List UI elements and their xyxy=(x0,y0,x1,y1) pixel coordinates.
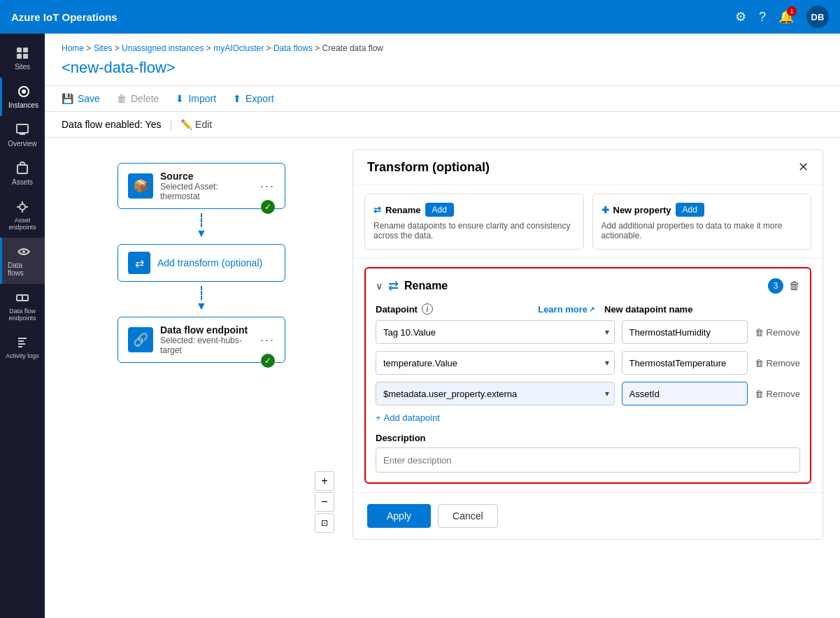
rename-card-title: Rename xyxy=(385,205,421,215)
delete-label: Delete xyxy=(131,93,159,104)
source-node-sub: Selected Asset: thermostat xyxy=(160,182,253,201)
svg-point-9 xyxy=(20,204,25,210)
remove-icon-1: 🗑 xyxy=(755,327,764,338)
datapoint-headers: Datapoint i Learn more ↗ New datapoint n… xyxy=(376,303,800,315)
import-icon: ⬇ xyxy=(176,93,184,104)
breadcrumb-sep2: > xyxy=(115,43,122,53)
sidebar-item-sites[interactable]: Sites xyxy=(0,39,45,78)
apply-button[interactable]: Apply xyxy=(367,504,431,528)
main-layout: Sites Instances Overview Assets Asset en… xyxy=(0,34,840,618)
connector-2: ▼ xyxy=(62,282,341,317)
flow-canvas: 📦 Source Selected Asset: thermostat ··· … xyxy=(62,149,341,540)
datapoint-select-2[interactable]: temperature.Value xyxy=(376,351,615,375)
sidebar-label-data-flows: Data flows xyxy=(8,261,39,277)
cancel-button[interactable]: Cancel xyxy=(438,504,498,528)
rename-section: ∨ ⇄ Rename 3 🗑 Datapoint i xyxy=(364,267,811,484)
new-name-input-3[interactable] xyxy=(622,382,748,405)
rename-count-badge: 3 xyxy=(768,278,783,294)
new-property-icon: ✚ xyxy=(601,205,609,215)
sidebar-item-instances[interactable]: Instances xyxy=(0,78,45,116)
badge-count: 1 xyxy=(787,6,797,16)
sidebar-item-asset-endpoints[interactable]: Asset endpoints xyxy=(0,193,45,238)
edit-label: Edit xyxy=(195,119,212,130)
remove-label-2: Remove xyxy=(767,358,800,368)
rename-chevron-icon[interactable]: ∨ xyxy=(376,280,383,292)
transform-node[interactable]: ⇄ Add transform (optional) xyxy=(118,244,285,282)
new-name-col-label: New datapoint name xyxy=(604,304,744,315)
endpoint-check: ✓ xyxy=(261,354,275,368)
sidebar-label-overview: Overview xyxy=(8,140,37,148)
sidebar-label-dataflow-endpoints: Data flow endpoints xyxy=(6,308,39,322)
breadcrumb-sep5: > xyxy=(315,43,322,53)
avatar[interactable]: DB xyxy=(806,6,829,28)
sidebar-item-data-flows[interactable]: Data flows xyxy=(0,238,45,284)
remove-button-1[interactable]: 🗑 Remove xyxy=(755,327,800,338)
dp-select-wrapper-1: Tag 10.Value ▾ xyxy=(376,320,615,344)
flow-area: 📦 Source Selected Asset: thermostat ··· … xyxy=(45,138,840,551)
datapoint-row-3: $metadata.user_property.externa ▾ 🗑 Remo… xyxy=(376,382,800,405)
rename-card-icon: ⇄ xyxy=(373,205,381,215)
svg-rect-0 xyxy=(17,48,22,52)
export-icon: ⬆ xyxy=(233,93,241,104)
export-button[interactable]: ⬆ Export xyxy=(233,93,273,104)
new-name-input-1[interactable] xyxy=(622,320,748,344)
help-icon[interactable]: ? xyxy=(759,10,766,24)
new-property-add-button[interactable]: Add xyxy=(676,203,704,217)
datapoint-row-1: Tag 10.Value ▾ 🗑 Remove xyxy=(376,320,800,344)
edit-button[interactable]: ✏️ Edit xyxy=(180,119,212,130)
sidebar-item-assets[interactable]: Assets xyxy=(0,154,45,193)
source-check: ✓ xyxy=(261,200,275,214)
svg-rect-12 xyxy=(22,295,28,301)
breadcrumb-unassigned[interactable]: Unassigned instances xyxy=(122,43,204,53)
notification-badge: 🔔1 xyxy=(778,9,794,24)
zoom-out-button[interactable]: − xyxy=(315,492,334,512)
transform-label: Add transform (optional) xyxy=(157,257,262,268)
description-input[interactable] xyxy=(376,447,800,473)
dashed-line-2 xyxy=(201,286,202,300)
breadcrumb-dataflows[interactable]: Data flows xyxy=(273,43,313,53)
settings-icon[interactable]: ⚙ xyxy=(735,9,746,24)
datapoint-info-icon[interactable]: i xyxy=(422,303,433,315)
panel-scroll[interactable]: ⇄ Rename Add Rename datapoints to ensure… xyxy=(353,185,823,539)
new-name-input-2[interactable] xyxy=(622,351,748,375)
rename-delete-button[interactable]: 🗑 xyxy=(789,280,800,292)
remove-button-2[interactable]: 🗑 Remove xyxy=(755,358,800,368)
status-divider: | xyxy=(169,119,172,130)
import-button[interactable]: ⬇ Import xyxy=(176,93,216,104)
connector-1: ▼ xyxy=(62,209,341,244)
datapoint-select-1[interactable]: Tag 10.Value xyxy=(376,320,615,344)
endpoint-node-menu[interactable]: ··· xyxy=(260,333,275,347)
remove-button-3[interactable]: 🗑 Remove xyxy=(755,389,800,399)
learn-more-link[interactable]: Learn more ↗ xyxy=(538,304,595,315)
rename-section-label: Rename xyxy=(404,280,762,292)
delete-button[interactable]: 🗑 Delete xyxy=(117,93,159,104)
datapoint-select-3[interactable]: $metadata.user_property.externa xyxy=(376,382,615,405)
close-button[interactable]: ✕ xyxy=(798,159,809,175)
breadcrumb-cluster[interactable]: myAIOcluster xyxy=(213,43,264,53)
datapoint-row-2: temperature.Value ▾ 🗑 Remove xyxy=(376,351,800,375)
add-datapoint-button[interactable]: + Add datapoint xyxy=(376,412,440,423)
save-button[interactable]: 💾 Save xyxy=(62,93,100,104)
source-node[interactable]: 📦 Source Selected Asset: thermostat ··· … xyxy=(118,163,285,209)
breadcrumb-sep4: > xyxy=(266,43,273,53)
notifications-icon[interactable]: 🔔1 xyxy=(778,9,794,24)
add-dp-icon: + xyxy=(376,412,381,423)
source-node-title: Source xyxy=(160,171,253,182)
source-node-icon: 📦 xyxy=(128,173,153,199)
topbar-icons: ⚙ ? 🔔1 DB xyxy=(735,6,829,28)
page-title: <new-data-flow> xyxy=(45,56,840,85)
breadcrumb-home[interactable]: Home xyxy=(62,43,84,53)
sidebar-item-dataflow-endpoints[interactable]: Data flow endpoints xyxy=(0,284,45,329)
arrow-down-1: ▼ xyxy=(196,227,207,240)
source-node-menu[interactable]: ··· xyxy=(260,179,275,194)
description-section: Description xyxy=(376,433,800,473)
rename-add-button[interactable]: Add xyxy=(425,203,454,217)
breadcrumb-sites[interactable]: Sites xyxy=(94,43,113,53)
zoom-fit-button[interactable]: ⊡ xyxy=(315,513,334,533)
toolbar: 💾 Save 🗑 Delete ⬇ Import ⬆ Export xyxy=(45,85,840,112)
sidebar-item-overview[interactable]: Overview xyxy=(0,116,45,154)
sidebar-label-asset-endpoints: Asset endpoints xyxy=(6,217,39,231)
zoom-in-button[interactable]: + xyxy=(315,471,334,491)
endpoint-node[interactable]: 🔗 Data flow endpoint Selected: event-hub… xyxy=(118,317,285,363)
sidebar-item-activity-logs[interactable]: Activity logs xyxy=(0,329,45,366)
